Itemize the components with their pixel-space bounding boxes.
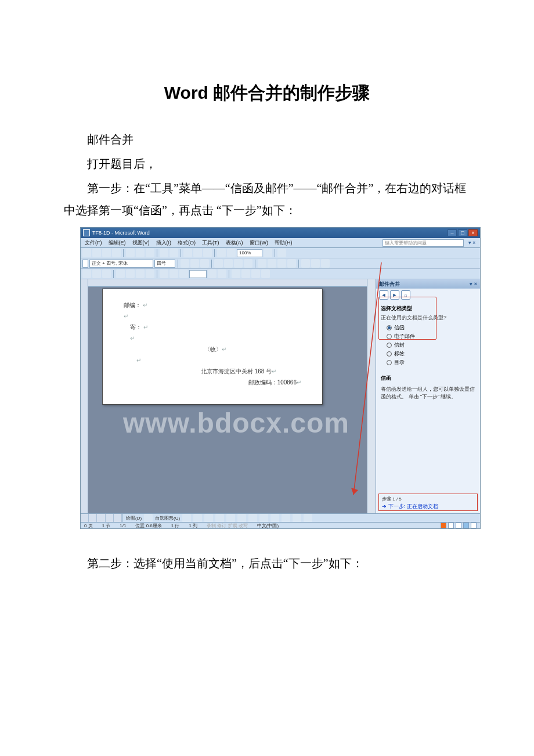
menu-insert[interactable]: 插入(I) (154, 239, 174, 247)
view-outline-icon[interactable] (106, 514, 114, 522)
clipart-icon[interactable] (259, 514, 268, 523)
taskpane-back-icon[interactable]: ◄ (379, 290, 388, 300)
maximize-button[interactable]: □ (458, 229, 467, 236)
menu-close-x[interactable]: ▾ × (466, 240, 478, 246)
menu-view[interactable]: 视图(V) (130, 239, 152, 247)
style-combo[interactable]: 正文 + 四号, 宋体 (89, 260, 153, 268)
document-page-canvas[interactable]: 邮编： ↵ ↵ 寄： ↵ ↵ 〈收〉↵ ↵ 北京市海淀区中关村 168 号↵ 邮… (102, 289, 323, 405)
read-mode-icon[interactable] (277, 249, 286, 257)
open-icon[interactable] (92, 249, 101, 257)
fontsize-combo[interactable]: 四号 (154, 260, 175, 268)
draw-menu[interactable]: 绘图(D) (126, 515, 142, 521)
radio-row-envelope[interactable]: 信封 (387, 341, 475, 349)
radio-row-directory[interactable]: 目录 (387, 359, 475, 366)
mm-address-block-icon[interactable] (126, 269, 135, 278)
tray-icon[interactable] (441, 523, 446, 528)
minimize-button[interactable]: – (448, 229, 457, 236)
save-icon[interactable] (102, 249, 111, 257)
tray-icon[interactable] (456, 523, 461, 528)
view-normal-icon[interactable] (81, 514, 89, 522)
table-icon[interactable] (183, 249, 192, 257)
indent-inc-icon[interactable] (287, 259, 296, 268)
radio-row-email[interactable]: 电子邮件 (387, 333, 475, 340)
taskpane-fwd-icon[interactable]: ► (390, 290, 399, 300)
zoom-combo[interactable]: 100% (237, 249, 262, 257)
oval-tool-icon[interactable] (215, 514, 224, 523)
view-print-icon[interactable] (97, 514, 105, 522)
rect-tool-icon[interactable] (204, 514, 213, 523)
underline-icon[interactable] (200, 259, 209, 268)
menu-format[interactable]: 格式(O) (175, 239, 198, 247)
fontcolor-icon[interactable] (304, 514, 312, 523)
arrow-tool-icon[interactable] (193, 514, 202, 523)
tray-icon[interactable] (463, 523, 469, 528)
menu-file[interactable]: 文件(F) (82, 239, 104, 247)
tray-icon[interactable] (471, 523, 477, 528)
menu-help[interactable]: 帮助(H) (272, 239, 295, 247)
align-center-icon[interactable] (224, 259, 233, 268)
wordart-icon[interactable] (237, 514, 246, 523)
mm-merge-new-icon[interactable] (251, 269, 260, 278)
mm-next-icon[interactable] (208, 269, 217, 278)
menu-window[interactable]: 窗口(W) (247, 239, 271, 247)
az-icon[interactable] (82, 260, 88, 268)
italic-icon[interactable] (190, 259, 199, 268)
menu-edit[interactable]: 编辑(E) (106, 239, 128, 247)
showhide-icon[interactable] (227, 249, 236, 257)
vertical-scrollbar[interactable] (367, 279, 376, 513)
font-color-icon[interactable] (321, 259, 330, 268)
mm-open-icon[interactable] (92, 269, 101, 278)
mm-first-icon[interactable] (169, 269, 178, 278)
help-search-box[interactable]: 键入需要帮助的问题 (383, 239, 464, 247)
mm-record-box[interactable] (189, 270, 207, 278)
radio-row-label[interactable]: 标签 (387, 350, 475, 358)
numbering-icon[interactable] (258, 259, 266, 268)
docmap-icon[interactable] (217, 249, 226, 257)
mm-merge-print-icon[interactable] (261, 269, 270, 278)
mm-find-icon[interactable] (232, 269, 240, 278)
mm-prev-icon[interactable] (179, 269, 188, 278)
highlight-icon[interactable] (311, 259, 320, 268)
diagram-icon[interactable] (248, 514, 257, 523)
bullets-icon[interactable] (268, 259, 276, 268)
document-area[interactable]: 邮编： ↵ ↵ 寄： ↵ ↵ 〈收〉↵ ↵ 北京市海淀区中关村 168 号↵ 邮… (88, 279, 367, 513)
mm-fields-icon[interactable] (146, 269, 154, 278)
bold-icon[interactable] (181, 259, 189, 268)
indent-dec-icon[interactable] (277, 259, 286, 268)
radio-row-letter[interactable]: 信函 (387, 324, 475, 332)
linecolor-icon[interactable] (293, 514, 301, 523)
select-objects-icon[interactable] (144, 514, 153, 523)
line-tool-icon[interactable] (182, 514, 191, 523)
help-icon[interactable] (264, 249, 272, 257)
taskpane-dropdown-icon[interactable]: ▾ × (470, 281, 477, 287)
paste-icon[interactable] (146, 249, 154, 257)
mm-last-icon[interactable] (218, 269, 226, 278)
menu-table[interactable]: 表格(A) (223, 239, 246, 247)
border-icon[interactable] (301, 259, 310, 268)
next-step-link[interactable]: ➔ 下一步: 正在启动文档 (382, 503, 474, 510)
drawing-toggle-icon[interactable] (203, 249, 212, 257)
menu-tools[interactable]: 工具(T) (200, 239, 222, 247)
taskpane-home-icon[interactable]: ⌂ (401, 290, 410, 300)
undo-icon[interactable] (160, 249, 168, 257)
copy-icon[interactable] (136, 249, 145, 257)
mm-setup-icon[interactable] (82, 269, 91, 278)
print-icon[interactable] (112, 249, 121, 257)
cut-icon[interactable] (126, 249, 135, 257)
tray-icon[interactable] (448, 523, 454, 528)
view-web-icon[interactable] (89, 514, 97, 522)
autoshapes-menu[interactable]: 自选图形(U) (155, 515, 180, 521)
columns-icon[interactable] (193, 249, 202, 257)
align-justify-icon[interactable] (244, 259, 252, 268)
close-button[interactable]: × (468, 229, 478, 236)
redo-icon[interactable] (169, 249, 178, 257)
view-read-icon[interactable] (114, 514, 122, 522)
mm-preview-icon[interactable] (160, 269, 168, 278)
mm-insert-field-icon[interactable] (116, 269, 125, 278)
mm-greeting-icon[interactable] (136, 269, 145, 278)
mm-recipients-icon[interactable] (102, 269, 111, 278)
fillcolor-icon[interactable] (282, 514, 290, 523)
align-left-icon[interactable] (214, 259, 223, 268)
new-doc-icon[interactable] (82, 249, 91, 257)
mm-check-icon[interactable] (241, 269, 250, 278)
